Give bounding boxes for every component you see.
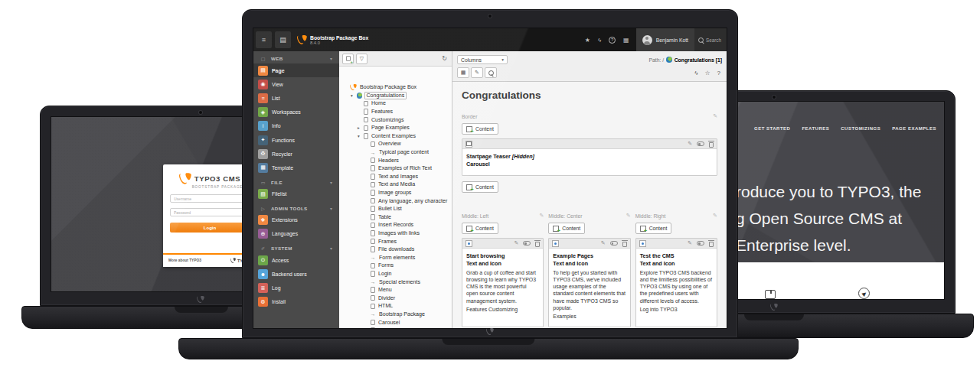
add-content-button[interactable]: Content (548, 223, 585, 234)
edit-pencil-icon[interactable]: ✎ (713, 213, 717, 219)
clear-cache-bolt-icon[interactable]: ϟ (598, 37, 601, 44)
sidebar-item-list[interactable]: ≡List (253, 91, 339, 105)
search-content-button[interactable] (485, 67, 497, 78)
sidebar-item-view[interactable]: ◉View (253, 77, 339, 91)
tree-node-frames[interactable]: Frames (342, 237, 450, 246)
trash-icon[interactable] (535, 242, 540, 247)
visibility-toggle-icon[interactable] (697, 241, 704, 246)
add-content-button[interactable]: Content (462, 223, 498, 234)
edit-pencil-icon[interactable]: ✎ (539, 213, 544, 219)
module-group-header-web[interactable]: ▢WEB▾ (253, 51, 339, 63)
module-group-header-admin-tools[interactable]: ▷ADMIN TOOLS▾ (253, 201, 339, 213)
new-page-button[interactable]: + (342, 54, 354, 64)
tree-node-carousel[interactable]: Carousel (342, 318, 450, 327)
more-about-typo3-link[interactable]: More about TYPO3 (168, 259, 201, 262)
tree-node-form-elements[interactable]: →Form elements (342, 253, 450, 262)
tree-node-home[interactable]: Home (342, 99, 450, 108)
trash-icon[interactable] (709, 242, 714, 247)
collapse-arrow-icon[interactable]: ▾ (356, 134, 361, 138)
tree-node-customizings[interactable]: Customizings (342, 115, 450, 124)
columns-view-select[interactable]: Columns ▾ (457, 55, 508, 64)
sidebar-item-access[interactable]: ⊙Access (253, 253, 339, 267)
sidebar-item-page[interactable]: ▤Page (253, 63, 339, 77)
apps-grid-icon[interactable]: ▦ (623, 37, 629, 44)
nav-item-customizings[interactable]: CUSTOMIZINGS (841, 126, 880, 131)
collapse-arrow-icon[interactable]: ▾ (349, 93, 354, 98)
tree-node-bullet-list[interactable]: Bullet List (342, 205, 450, 213)
tree-node-bootstrap-package-box[interactable]: Bootstrap Package Box (342, 83, 450, 92)
tree-node-special-elements[interactable]: →Special elements (342, 278, 450, 286)
view-mode-button[interactable]: ▦ (457, 67, 469, 78)
sidebar-item-info[interactable]: iInfo (253, 119, 339, 133)
module-list-button[interactable]: ▤ (275, 31, 291, 48)
help-icon[interactable]: ? (609, 37, 616, 44)
tree-node-image-groups[interactable]: Image groups (342, 189, 450, 197)
visibility-toggle-icon[interactable] (610, 241, 618, 246)
trash-icon[interactable] (709, 142, 714, 148)
nav-item-page-examples[interactable]: PAGE EXAMPLES (892, 126, 936, 131)
sidebar-item-template[interactable]: ▦Template (253, 161, 339, 174)
tree-node-insert-records[interactable]: Insert Records (342, 221, 450, 229)
tree-node-file-downloads[interactable]: File downloads (342, 246, 450, 254)
help-icon[interactable]: ? (717, 70, 720, 76)
sidebar-item-workspaces[interactable]: ◈Workspaces (253, 106, 339, 119)
tree-node-text-and-media[interactable]: Text and Media (342, 180, 450, 189)
bookmark-star-icon[interactable]: ★ (585, 37, 590, 44)
content-element-card[interactable]: ✎ Startpage Teaser [Hidden] Carousel (462, 138, 717, 176)
add-content-button[interactable]: Content (462, 123, 498, 135)
tree-node-divider[interactable]: Divider (342, 294, 450, 302)
tree-node-bootstrap-package[interactable]: →Bootstrap Package (342, 311, 450, 319)
visibility-toggle-icon[interactable] (523, 241, 531, 246)
tree-node-congratulations[interactable]: ▾Congratulations (342, 92, 450, 100)
sidebar-item-recycler[interactable]: ♻Recycler (253, 147, 339, 161)
trash-icon[interactable] (622, 242, 627, 247)
tree-node-accordion[interactable]: Accordion (342, 327, 450, 328)
expand-arrow-icon[interactable]: ▸ (356, 125, 361, 130)
sidebar-item-languages[interactable]: ⊕Languages (253, 227, 339, 241)
edit-pencil-icon[interactable]: ✎ (626, 213, 631, 219)
add-content-button[interactable]: Content (635, 223, 672, 234)
module-group-header-file[interactable]: ▭FILE▾ (253, 175, 339, 187)
tree-node-images-with-links[interactable]: Images with links (342, 229, 450, 238)
tree-node-features[interactable]: Features (342, 108, 450, 116)
tree-node-login[interactable]: Login (342, 270, 450, 278)
tree-node-html[interactable]: HTML (342, 302, 450, 311)
module-group-header-system[interactable]: ✐SYSTEM▾ (253, 241, 339, 253)
cache-bolt-icon[interactable]: ϟ (694, 70, 697, 76)
tree-node-typical-page-content[interactable]: →Typical page content (342, 148, 450, 157)
sidebar-item-extensions[interactable]: ❖Extensions (253, 213, 339, 227)
sidebar-item-backend-users[interactable]: ☻Backend users (253, 267, 339, 281)
edit-pencil-icon[interactable]: ✎ (688, 240, 692, 246)
tree-node-page-examples[interactable]: ▸Page Examples (342, 124, 450, 132)
tree-node-forms[interactable]: Forms (342, 262, 450, 270)
visibility-toggle-icon[interactable] (697, 141, 704, 146)
username-field[interactable] (170, 194, 250, 203)
tree-node-table[interactable]: Table (342, 213, 450, 222)
tree-node-any-language-any-character[interactable]: Any language, any character (342, 197, 450, 205)
search-input[interactable] (706, 37, 727, 43)
tree-node-text-and-images[interactable]: Text and Images (342, 173, 450, 181)
filter-button[interactable]: ▽ (356, 54, 368, 64)
search-box[interactable] (694, 28, 727, 51)
tree-node-menu[interactable]: Menu (342, 286, 450, 294)
tree-node-content-examples[interactable]: ▾Content Examples (342, 132, 450, 141)
tree-node-headers[interactable]: Headers (342, 156, 450, 164)
refresh-icon[interactable]: ↻ (442, 55, 449, 62)
content-element-card[interactable]: ✎ Test the CMS Text and Ico (635, 238, 717, 327)
nav-item-features[interactable]: FEATURES (802, 126, 829, 131)
nav-item-get-started[interactable]: GET STARTED (754, 126, 790, 131)
sidebar-item-functions[interactable]: ✦Functions (253, 133, 339, 147)
menu-collapse-button[interactable]: ≡ (256, 31, 272, 48)
edit-pencil-icon[interactable]: ✎ (713, 113, 717, 119)
edit-page-button[interactable]: ✎ (471, 67, 483, 78)
content-element-card[interactable]: ✎ Start browsing Text and I (462, 238, 544, 327)
edit-pencil-icon[interactable]: ✎ (688, 141, 692, 147)
password-field[interactable] (170, 208, 250, 216)
tree-node-overview[interactable]: Overview (342, 140, 450, 148)
sidebar-item-log[interactable]: ≣Log (253, 281, 339, 294)
sidebar-item-install[interactable]: ⚙Install (253, 295, 339, 309)
content-element-card[interactable]: ✎ Example Pages Text and Ic (548, 238, 630, 327)
bookmark-star-icon[interactable]: ☆ (704, 70, 710, 76)
add-content-button[interactable]: Content (462, 181, 498, 193)
user-menu[interactable]: Benjamin Kott (636, 28, 694, 51)
